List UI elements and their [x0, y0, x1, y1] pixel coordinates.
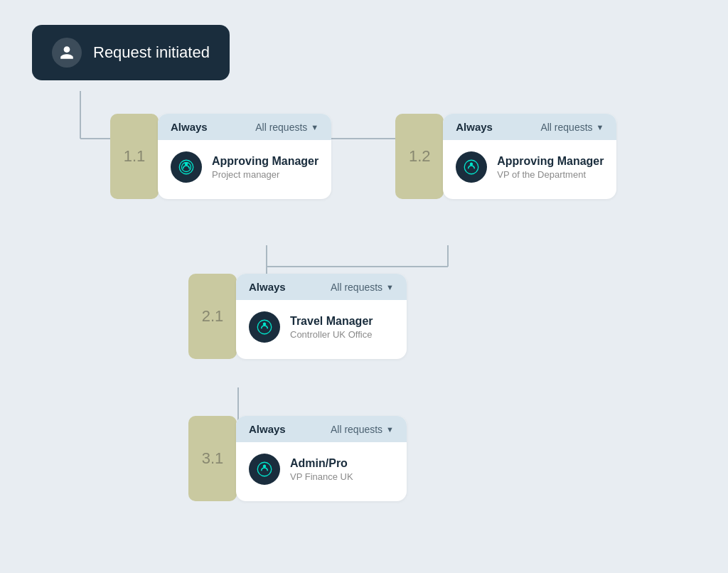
all-requests-dropdown-3-1[interactable]: All requests ▼: [331, 424, 394, 435]
always-label-3-1: Always: [249, 423, 286, 435]
approval-block-1-2: 1.2 Always All requests ▼: [395, 114, 616, 199]
approval-block-3-1: 3.1 Always All requests ▼: [188, 416, 407, 501]
svg-point-12: [257, 320, 272, 334]
manager-title-1-1: Approving Manager: [212, 155, 318, 168]
manager-title-1-2: Approving Manager: [497, 155, 604, 168]
always-label-1-1: Always: [171, 121, 208, 133]
chevron-down-icon: ▼: [596, 123, 604, 132]
request-initiated-node: Request initiated: [32, 25, 230, 80]
manager-title-2-1: Travel Manager: [290, 315, 373, 328]
manager-info-1-2: Approving Manager VP of the Department: [497, 155, 604, 180]
step-badge-2-1: 2.1: [188, 274, 237, 359]
chevron-down-icon: ▼: [311, 123, 318, 132]
manager-avatar-1-2: [456, 151, 487, 183]
approval-card-2-1: Always All requests ▼ Travel Manager Con: [236, 274, 407, 359]
manager-avatar-2-1: [249, 311, 280, 343]
approval-card-1-2: Always All requests ▼: [443, 114, 616, 199]
approval-block-2-1: 2.1 Always All requests ▼: [188, 274, 407, 359]
card-body-3-1: Admin/Pro VP Finance UK: [236, 442, 407, 496]
card-body-2-1: Travel Manager Controller UK Office: [236, 300, 407, 354]
card-header-2-1: Always All requests ▼: [236, 274, 407, 300]
svg-point-11: [464, 160, 478, 174]
manager-subtitle-2-1: Controller UK Office: [290, 329, 373, 340]
workflow-canvas: Request initiated 1.1 Always All request…: [0, 0, 728, 573]
chevron-down-icon: ▼: [386, 283, 394, 291]
step-badge-1-1: 1.1: [110, 114, 159, 199]
manager-avatar-3-1: [249, 454, 280, 485]
approval-card-1-1: Always All requests ▼: [158, 114, 331, 199]
all-requests-dropdown-1-2[interactable]: All requests ▼: [540, 122, 604, 133]
card-header-3-1: Always All requests ▼: [236, 416, 407, 442]
step-badge-3-1: 3.1: [188, 416, 237, 501]
manager-info-1-1: Approving Manager Project manager: [212, 155, 318, 180]
manager-subtitle-1-2: VP of the Department: [497, 169, 604, 180]
chevron-down-icon: ▼: [386, 425, 394, 434]
card-body-1-1: Approving Manager Project manager: [158, 140, 331, 194]
all-requests-dropdown-1-1[interactable]: All requests ▼: [255, 122, 318, 133]
approval-card-3-1: Always All requests ▼ Admin/Pro VP Finan: [236, 416, 407, 501]
level-1-row: 1.1 Always All requests ▼: [110, 114, 616, 199]
manager-subtitle-1-1: Project manager: [212, 169, 318, 180]
manager-info-2-1: Travel Manager Controller UK Office: [290, 315, 373, 340]
card-body-1-2: Approving Manager VP of the Department: [443, 140, 616, 194]
all-requests-dropdown-2-1[interactable]: All requests ▼: [331, 282, 394, 293]
always-label-2-1: Always: [249, 281, 286, 293]
step-badge-1-2: 1.2: [395, 114, 444, 199]
card-header-1-1: Always All requests ▼: [158, 114, 331, 140]
manager-avatar-1-1: [171, 151, 202, 183]
manager-subtitle-3-1: VP Finance UK: [290, 471, 353, 482]
manager-info-3-1: Admin/Pro VP Finance UK: [290, 457, 353, 482]
card-header-1-2: Always All requests ▼: [443, 114, 616, 140]
request-initiated-label: Request initiated: [93, 43, 210, 62]
manager-title-3-1: Admin/Pro: [290, 457, 353, 470]
always-label-1-2: Always: [456, 121, 493, 133]
svg-point-13: [257, 462, 272, 476]
approval-block-1-1: 1.1 Always All requests ▼: [110, 114, 331, 199]
user-icon: [52, 38, 82, 68]
